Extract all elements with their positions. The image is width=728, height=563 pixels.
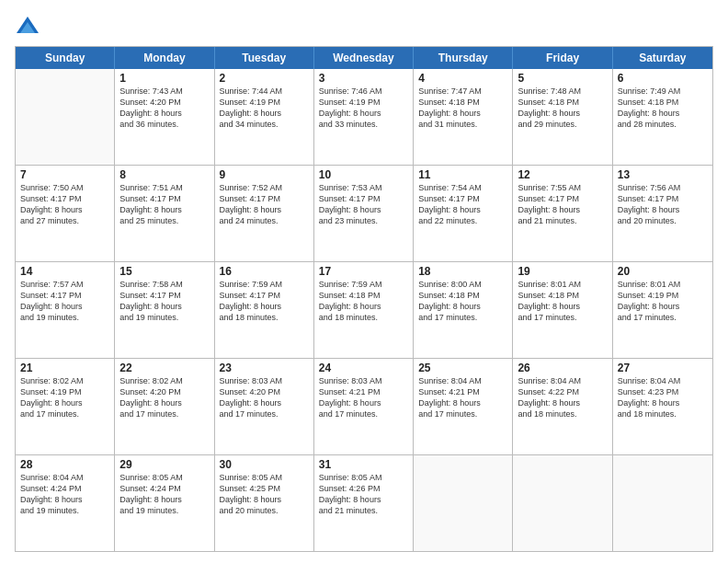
cell-info-line: Sunrise: 8:01 AM: [518, 279, 607, 290]
cell-info-line: and 22 minutes.: [418, 215, 507, 226]
calendar-cell: 23Sunrise: 8:03 AMSunset: 4:20 PMDayligh…: [215, 359, 314, 454]
cell-info-line: Sunset: 4:17 PM: [119, 193, 209, 204]
day-number: 11: [418, 168, 507, 181]
calendar-cell: 2Sunrise: 7:44 AMSunset: 4:19 PMDaylight…: [215, 69, 314, 165]
calendar-cell: 30Sunrise: 8:05 AMSunset: 4:25 PMDayligh…: [215, 455, 314, 551]
calendar-cell: 24Sunrise: 8:03 AMSunset: 4:21 PMDayligh…: [314, 359, 414, 454]
cell-info-line: and 17 minutes.: [20, 408, 109, 419]
cell-info-line: and 28 minutes.: [618, 119, 708, 130]
cell-info-line: Sunrise: 7:43 AM: [119, 86, 209, 97]
cell-info-line: Sunset: 4:19 PM: [618, 290, 708, 301]
cell-info-line: Sunset: 4:17 PM: [319, 193, 408, 204]
cell-info-line: Sunset: 4:17 PM: [618, 193, 708, 204]
cell-info-line: Sunrise: 7:56 AM: [618, 182, 708, 193]
cell-info-line: and 19 minutes.: [20, 505, 109, 516]
cell-info-line: Sunrise: 7:57 AM: [20, 279, 109, 290]
logo: [15, 15, 42, 40]
cell-info-line: Sunrise: 8:02 AM: [119, 375, 209, 386]
cell-info-line: Sunset: 4:19 PM: [220, 97, 309, 108]
cell-info-line: Daylight: 8 hours: [319, 494, 408, 505]
cell-info-line: and 33 minutes.: [319, 119, 408, 130]
cell-info-line: and 18 minutes.: [518, 408, 607, 419]
cell-info-line: Sunrise: 8:04 AM: [20, 472, 109, 483]
cell-info-line: and 20 minutes.: [220, 505, 309, 516]
cell-info-line: and 34 minutes.: [220, 119, 309, 130]
calendar-cell: 20Sunrise: 8:01 AMSunset: 4:19 PMDayligh…: [613, 262, 712, 358]
calendar-cell: 3Sunrise: 7:46 AMSunset: 4:19 PMDaylight…: [314, 69, 414, 165]
cell-info-line: Sunset: 4:18 PM: [319, 290, 408, 301]
cell-info-line: Sunrise: 8:01 AM: [618, 279, 708, 290]
cell-info-line: Daylight: 8 hours: [618, 204, 708, 215]
cell-info-line: and 17 minutes.: [418, 408, 507, 419]
calendar-cell: 31Sunrise: 8:05 AMSunset: 4:26 PMDayligh…: [314, 455, 414, 551]
cell-info-line: Sunset: 4:17 PM: [220, 193, 309, 204]
cell-info-line: and 24 minutes.: [220, 215, 309, 226]
header-day-monday: Monday: [115, 47, 214, 69]
cell-info-line: and 29 minutes.: [518, 119, 607, 130]
cell-info-line: Sunset: 4:24 PM: [20, 483, 109, 494]
cell-info-line: and 19 minutes.: [119, 505, 209, 516]
cell-info-line: Sunset: 4:17 PM: [20, 193, 109, 204]
cell-info-line: Sunrise: 7:59 AM: [220, 279, 309, 290]
calendar-cell: [513, 455, 612, 551]
cell-info-line: Sunrise: 7:50 AM: [20, 182, 109, 193]
day-number: 4: [418, 72, 507, 85]
calendar-cell: 4Sunrise: 7:47 AMSunset: 4:18 PMDaylight…: [414, 69, 513, 165]
cell-info-line: Sunset: 4:18 PM: [618, 97, 708, 108]
cell-info-line: Sunrise: 8:02 AM: [20, 375, 109, 386]
cell-info-line: Daylight: 8 hours: [518, 204, 607, 215]
cell-info-line: Sunset: 4:18 PM: [418, 97, 507, 108]
cell-info-line: Sunset: 4:19 PM: [20, 386, 109, 397]
cell-info-line: Daylight: 8 hours: [418, 204, 507, 215]
cell-info-line: and 17 minutes.: [618, 312, 708, 323]
cell-info-line: Sunrise: 7:44 AM: [220, 86, 309, 97]
cell-info-line: Sunset: 4:18 PM: [518, 97, 607, 108]
calendar-cell: 11Sunrise: 7:54 AMSunset: 4:17 PMDayligh…: [414, 166, 513, 261]
cell-info-line: Sunrise: 8:05 AM: [319, 472, 408, 483]
cell-info-line: Daylight: 8 hours: [119, 494, 209, 505]
day-number: 12: [518, 168, 607, 181]
day-number: 6: [618, 72, 708, 85]
day-number: 13: [618, 168, 708, 181]
cell-info-line: Daylight: 8 hours: [418, 301, 507, 312]
day-number: 21: [20, 362, 109, 374]
cell-info-line: Sunrise: 8:03 AM: [220, 375, 309, 386]
cell-info-line: Sunrise: 8:03 AM: [319, 375, 408, 386]
cell-info-line: Sunset: 4:24 PM: [119, 483, 209, 494]
calendar-cell: 25Sunrise: 8:04 AMSunset: 4:21 PMDayligh…: [414, 359, 513, 454]
cell-info-line: Daylight: 8 hours: [319, 108, 408, 119]
calendar-cell: [613, 455, 712, 551]
cell-info-line: Sunset: 4:21 PM: [418, 386, 507, 397]
cell-info-line: and 17 minutes.: [518, 312, 607, 323]
day-number: 17: [319, 265, 408, 278]
calendar-cell: 26Sunrise: 8:04 AMSunset: 4:22 PMDayligh…: [513, 359, 612, 454]
calendar-cell: 15Sunrise: 7:58 AMSunset: 4:17 PMDayligh…: [115, 262, 214, 358]
calendar-row-3: 14Sunrise: 7:57 AMSunset: 4:17 PMDayligh…: [16, 262, 712, 359]
calendar-cell: 18Sunrise: 8:00 AMSunset: 4:18 PMDayligh…: [414, 262, 513, 358]
day-number: 23: [220, 362, 309, 374]
calendar-cell: 29Sunrise: 8:05 AMSunset: 4:24 PMDayligh…: [115, 455, 214, 551]
cell-info-line: and 17 minutes.: [319, 408, 408, 419]
cell-info-line: Daylight: 8 hours: [518, 301, 607, 312]
day-number: 29: [119, 458, 209, 471]
cell-info-line: Daylight: 8 hours: [20, 397, 109, 408]
header-day-saturday: Saturday: [613, 47, 712, 69]
header-day-friday: Friday: [513, 47, 612, 69]
cell-info-line: and 31 minutes.: [418, 119, 507, 130]
cell-info-line: Sunset: 4:20 PM: [119, 386, 209, 397]
day-number: 18: [418, 265, 507, 278]
cell-info-line: and 17 minutes.: [119, 408, 209, 419]
cell-info-line: and 19 minutes.: [119, 312, 209, 323]
cell-info-line: Sunset: 4:26 PM: [319, 483, 408, 494]
cell-info-line: Daylight: 8 hours: [220, 108, 309, 119]
cell-info-line: Daylight: 8 hours: [119, 108, 209, 119]
header: [15, 11, 713, 40]
day-number: 16: [220, 265, 309, 278]
calendar-row-5: 28Sunrise: 8:04 AMSunset: 4:24 PMDayligh…: [16, 455, 712, 551]
calendar-cell: 28Sunrise: 8:04 AMSunset: 4:24 PMDayligh…: [16, 455, 115, 551]
day-number: 1: [119, 72, 209, 85]
cell-info-line: Daylight: 8 hours: [319, 301, 408, 312]
cell-info-line: Daylight: 8 hours: [220, 301, 309, 312]
calendar-cell: 6Sunrise: 7:49 AMSunset: 4:18 PMDaylight…: [613, 69, 712, 165]
page: SundayMondayTuesdayWednesdayThursdayFrid…: [0, 0, 728, 563]
